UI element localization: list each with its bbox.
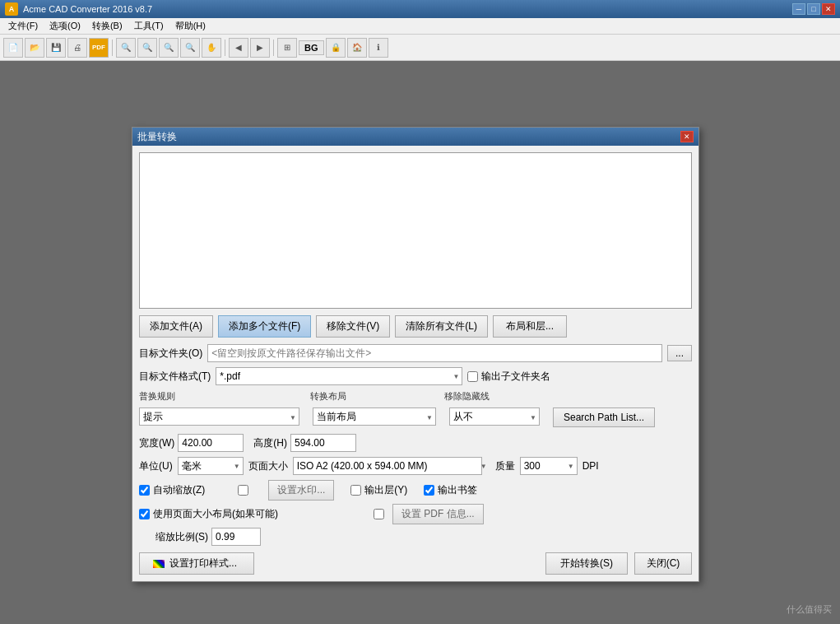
remove-file-button[interactable]: 移除文件(V) (316, 315, 390, 338)
options-row-1: 自动缩放(Z) 设置水印... 输出层(Y) 输出书签 (139, 480, 692, 501)
width-input[interactable] (178, 434, 244, 452)
hide-lines-label: 移除隐藏线 (444, 390, 692, 403)
output-layers-text: 输出层(Y) (364, 483, 407, 497)
app-close-button[interactable]: ✕ (822, 3, 835, 15)
print-style-button[interactable]: 设置打印样式... (139, 552, 254, 575)
quality-select[interactable]: 300 72 96 150 600 (520, 457, 578, 475)
height-label: 高度(H) (253, 436, 287, 450)
auto-scale-checkbox[interactable] (139, 485, 150, 496)
set-pdf-info-button[interactable]: 设置 PDF 信息... (392, 504, 484, 524)
dialog-close-button[interactable]: ✕ (680, 131, 694, 142)
page-size-label: 页面大小 (248, 459, 288, 473)
use-page-size-text: 使用页面大小布局(如果可能) (153, 507, 278, 521)
maximize-button[interactable]: □ (807, 3, 820, 15)
layout-convert-label: 转换布局 (310, 390, 438, 403)
scale-input[interactable] (211, 528, 261, 546)
toolbar-zoom-out-btn[interactable]: 🔍 (137, 38, 157, 58)
pdf-info-checkbox[interactable] (374, 509, 384, 519)
set-watermark-button[interactable]: 设置水印... (268, 480, 334, 501)
toolbar-zoom-in-btn[interactable]: 🔍 (116, 38, 136, 58)
add-file-button[interactable]: 添加文件(A) (139, 315, 213, 338)
page-size-select[interactable]: ISO A2 (420.00 x 594.00 MM) ISO A4 (210.… (293, 457, 482, 475)
title-bar: A Acme CAD Converter 2016 v8.7 ─ □ ✕ (0, 0, 840, 18)
minimize-button[interactable]: ─ (792, 3, 805, 15)
layout-convert-select[interactable]: 当前布局 所有布局 模型空间 (313, 407, 436, 426)
target-folder-row: 目标文件夹(O) ... (139, 344, 692, 362)
toolbar-sep-1 (112, 40, 113, 56)
toolbar-sep-3 (273, 40, 274, 56)
unit-label: 单位(U) (139, 459, 173, 473)
unit-select[interactable]: 毫米 英寸 像素 (178, 457, 244, 475)
wh-row: 宽度(W) 高度(H) (139, 434, 692, 452)
layout-button[interactable]: 布局和层... (493, 315, 567, 338)
search-path-button[interactable]: Search Path List... (553, 407, 655, 427)
output-layers-checkbox[interactable] (350, 485, 361, 496)
add-files-button[interactable]: 添加多个文件(F) (218, 315, 311, 338)
file-list-area (139, 152, 692, 309)
menu-help[interactable]: 帮助(H) (170, 18, 211, 34)
pdf-info-label[interactable] (374, 509, 388, 519)
replace-rules-label: 普换规则 (139, 390, 304, 403)
toolbar-save-btn[interactable]: 💾 (46, 38, 66, 58)
pagesize-row: 单位(U) 毫米 英寸 像素 页面大小 ISO A2 (420.00 x 594… (139, 457, 692, 475)
hide-lines-select[interactable]: 从不 总是 按需 (449, 407, 540, 426)
subfolder-checkbox-label[interactable]: 输出子文件夹名 (467, 370, 550, 384)
toolbar-nav2-btn[interactable]: ▶ (250, 38, 270, 58)
replace-rules-select[interactable]: 提示 覆盖 跳过 (139, 407, 299, 426)
close-dialog-button[interactable]: 关闭(C) (634, 552, 692, 575)
menu-options[interactable]: 选项(O) (44, 18, 86, 34)
print-style-icon (153, 560, 165, 568)
dialog-content: 添加文件(A) 添加多个文件(F) 移除文件(V) 清除所有文件(L) 布局和层… (132, 146, 698, 581)
menu-convert[interactable]: 转换(B) (87, 18, 128, 34)
watermark-label[interactable] (238, 485, 252, 496)
output-bookmark-label[interactable]: 输出书签 (424, 483, 477, 497)
clear-files-button[interactable]: 清除所有文件(L) (395, 315, 488, 338)
height-input[interactable] (290, 434, 356, 452)
batch-convert-dialog: 批量转换 ✕ 添加文件(A) 添加多个文件(F) 移除文件(V) 清除所有文件(… (132, 127, 699, 582)
rules-selects-row: 提示 覆盖 跳过 当前布局 所有布局 模型空间 (139, 407, 692, 427)
dialog-title-bar: 批量转换 ✕ (132, 128, 698, 146)
menu-bar: 文件(F) 选项(O) 转换(B) 工具(T) 帮助(H) (0, 18, 840, 35)
target-folder-input[interactable] (207, 344, 662, 362)
toolbar-zoom-win-btn[interactable]: 🔍 (180, 38, 200, 58)
scale-row: 缩放比例(S) (155, 528, 692, 546)
toolbar-bg-btn[interactable]: BG (299, 40, 324, 55)
toolbar-lock-btn[interactable]: 🔒 (326, 38, 346, 58)
target-folder-label: 目标文件夹(O) (139, 347, 202, 361)
subfolder-label: 输出子文件夹名 (481, 370, 550, 384)
bottom-action-row: 设置打印样式... 开始转换(S) 关闭(C) (139, 552, 692, 575)
main-content-area: 批量转换 ✕ 添加文件(A) 添加多个文件(F) 移除文件(V) 清除所有文件(… (0, 61, 840, 624)
quality-label: 质量 (495, 459, 515, 473)
start-convert-button[interactable]: 开始转换(S) (545, 552, 628, 575)
rules-labels-row: 普换规则 转换布局 移除隐藏线 (139, 390, 692, 404)
output-layers-label[interactable]: 输出层(Y) (350, 483, 407, 497)
toolbar-home-btn[interactable]: 🏠 (347, 38, 367, 58)
dpi-label: DPI (582, 460, 599, 472)
watermark-checkbox[interactable] (238, 485, 248, 496)
browse-button[interactable]: ... (667, 345, 692, 361)
target-format-select[interactable]: *.pdf *.dwg *.dxf *.png *.jpg (216, 367, 462, 385)
toolbar-zoom-all-btn[interactable]: 🔍 (159, 38, 179, 58)
width-label: 宽度(W) (139, 436, 174, 450)
output-bookmark-text: 输出书签 (438, 483, 477, 497)
toolbar-open-btn[interactable]: 📂 (25, 38, 44, 58)
toolbar-print-btn[interactable]: 🖨 (67, 38, 87, 58)
menu-tools[interactable]: 工具(T) (129, 18, 169, 34)
toolbar-new-btn[interactable]: 📄 (3, 38, 23, 58)
use-page-size-checkbox[interactable] (139, 509, 150, 519)
app-icon: A (5, 2, 18, 16)
file-action-buttons: 添加文件(A) 添加多个文件(F) 移除文件(V) 清除所有文件(L) 布局和层… (139, 315, 692, 338)
toolbar-info-btn[interactable]: ℹ (369, 38, 388, 58)
output-bookmark-checkbox[interactable] (424, 485, 434, 496)
toolbar: 📄 📂 💾 🖨 PDF 🔍 🔍 🔍 🔍 ✋ ◀ ▶ ⊞ BG 🔒 🏠 ℹ (0, 35, 840, 61)
menu-file[interactable]: 文件(F) (3, 18, 43, 34)
app-title: Acme CAD Converter 2016 v8.7 (23, 4, 152, 14)
toolbar-sep-2 (225, 40, 225, 56)
toolbar-copy-btn[interactable]: ⊞ (277, 38, 297, 58)
toolbar-pdf-btn[interactable]: PDF (89, 38, 109, 58)
toolbar-pan-btn[interactable]: ✋ (202, 38, 221, 58)
subfolder-checkbox[interactable] (467, 371, 478, 382)
use-page-size-label[interactable]: 使用页面大小布局(如果可能) (139, 507, 278, 521)
auto-scale-label[interactable]: 自动缩放(Z) (139, 483, 205, 497)
toolbar-nav-btn[interactable]: ◀ (229, 38, 248, 58)
